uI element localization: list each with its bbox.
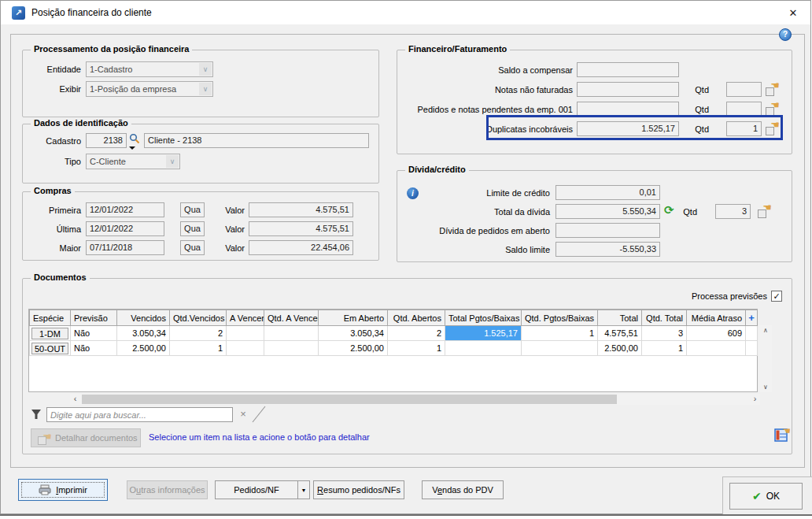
total-divida-field: 5.550,34 [555,204,660,219]
pedidos-nf-button[interactable]: Pedidos/NF [215,480,298,499]
cell[interactable]: 2 [388,326,445,341]
ultima-date-field: 12/01/2022 [86,221,164,236]
table-row[interactable]: 50-OUT Não 2.500,00 1 2.500,00 1 2.500,0… [30,341,758,356]
cell[interactable]: 3.050,34 [319,326,388,341]
cell[interactable] [227,326,264,341]
horizontal-scrollbar[interactable]: ‹ › [70,394,760,405]
cell-especie[interactable]: 50-OUT [30,341,71,356]
ultima-label: Última [17,224,81,234]
ok-button[interactable]: ✔ OK [729,483,803,510]
imprimir-button[interactable]: Imprimir [18,479,108,501]
cell[interactable]: 1 [522,326,598,341]
cell[interactable]: Não [71,341,117,356]
cell[interactable]: 3.050,34 [117,326,170,341]
notas-nao-faturadas-field [577,82,679,97]
vendas-pdv-button[interactable]: Vendas do PDV [422,480,504,499]
cadastro-dropdown-icon[interactable] [129,146,135,150]
cell[interactable]: 2.500,00 [117,341,170,356]
scroll-right-icon[interactable]: › [750,394,760,405]
column-header[interactable]: Qtd. A Vencer [264,310,319,326]
cell[interactable]: 3 [642,326,687,341]
outras-informacoes-button[interactable]: Outras informações [127,480,208,499]
cell[interactable]: 1 [388,341,445,356]
group-title: Financeiro/Faturamento [405,44,510,54]
scroll-up-icon[interactable]: ∧ [759,325,772,335]
column-header[interactable]: Qtd. Total [642,310,687,326]
table-row[interactable]: 1-DM Não 3.050,34 2 3.050,34 2 1.525,17 … [30,326,758,341]
group-title: Dados de identificação [31,118,131,128]
processa-previsoes-label: Processa previsões [622,291,767,301]
vertical-scrollbar[interactable]: ∧ ∨ [759,325,772,392]
cell[interactable] [264,326,319,341]
cell[interactable]: 1 [170,341,227,356]
scroll-down-icon[interactable]: ∨ [759,382,772,392]
entidade-value: 1-Cadastro [90,65,132,74]
cell[interactable] [264,341,319,356]
scroll-left-icon[interactable]: ‹ [70,394,80,405]
total-divida-label: Total da dívida [402,207,550,217]
cell[interactable]: 2.500,00 [598,341,642,356]
tipo-select[interactable]: C-Cliente ∨ [86,154,180,169]
maior-valor-field: 22.454,06 [249,240,353,255]
detalhar-label: Detalhar documentos [55,433,138,443]
cadastro-code-field[interactable]: 2138 [86,133,127,148]
add-column-icon[interactable]: + [746,310,758,326]
column-header[interactable]: A Vencer [227,310,264,326]
column-header[interactable]: Qtd.Vencidos [170,310,227,326]
detalhar-documentos-button[interactable]: ☚ Detalhar documentos [31,428,141,447]
column-header[interactable]: Qtd. Abertos [388,310,445,326]
column-header[interactable]: Vencidos [117,310,170,326]
cell[interactable]: Não [71,326,117,341]
divida-pedidos-label: Dívida de pedidos em aberto [402,226,550,235]
primeira-date-field: 12/01/2022 [86,202,164,217]
cell[interactable] [227,341,264,356]
scrollbar-thumb[interactable] [82,395,617,404]
detail-hand-icon[interactable]: ☚ [766,83,779,96]
column-header[interactable]: Espécie [30,310,71,326]
close-icon[interactable]: ✕ [784,6,803,21]
valor-label: Valor [207,243,245,253]
maior-label: Maior [17,243,81,253]
cell[interactable] [445,341,522,356]
hand-icon: ☚ [782,425,791,436]
column-header[interactable]: Total Pgtos/Baixas [445,310,522,326]
detail-hand-icon[interactable]: ☚ [766,122,779,135]
detail-hand-icon[interactable]: ☚ [758,205,771,218]
column-header[interactable]: Média Atraso [687,310,746,326]
cell[interactable]: 609 [687,326,746,341]
search-lookup-icon[interactable] [129,133,140,144]
column-header[interactable]: Em Aberto [319,310,388,326]
grid-detail-icon[interactable]: ☚ [774,428,789,443]
cell [746,326,758,341]
pedidos-nf-dropdown-icon[interactable]: ▼ [297,480,310,499]
entidade-select[interactable]: 1-Cadastro ∨ [86,61,213,77]
maior-weekday-field: Qua [180,240,205,255]
column-header[interactable]: Total [598,310,642,326]
cell[interactable]: 1 [642,341,687,356]
especie-badge[interactable]: 1-DM [31,328,68,339]
column-header[interactable]: Previsão [71,310,117,326]
cliente-name-field[interactable]: Cliente - 2138 [144,133,369,148]
cell-especie[interactable]: 1-DM [30,326,71,341]
cell[interactable]: 4.575,51 [598,326,642,341]
exibir-select[interactable]: 1-Posição da empresa ∨ [86,81,213,97]
column-header[interactable]: Qtd. Pgtos/Baixas [522,310,598,326]
especie-badge[interactable]: 50-OUT [31,343,68,354]
help-icon[interactable]: ? [779,28,792,41]
selected-cell[interactable]: 1.525,17 [445,326,522,341]
clear-search-icon[interactable]: × [237,408,249,421]
resumo-pedidos-button[interactable]: Resumo pedidos/NFs [313,480,404,499]
processa-previsoes-checkbox[interactable]: ✓ [771,291,782,302]
saldo-compensar-field [577,62,679,77]
search-input[interactable] [46,407,233,422]
duplicatas-qtd-field: 1 [726,121,762,136]
cell[interactable]: 2.500,00 [319,341,388,356]
duplicatas-field: 1.525,17 [577,121,679,136]
title-bar[interactable]: ↗ Posição financeira do cliente ✕ [1,1,810,24]
cell[interactable]: 2 [170,326,227,341]
refresh-icon[interactable]: ⟳ [664,205,674,217]
pedidos-qtd-field [726,102,762,117]
cell[interactable] [687,341,746,356]
cell[interactable] [522,341,598,356]
detail-hand-icon[interactable]: ☚ [766,102,779,116]
